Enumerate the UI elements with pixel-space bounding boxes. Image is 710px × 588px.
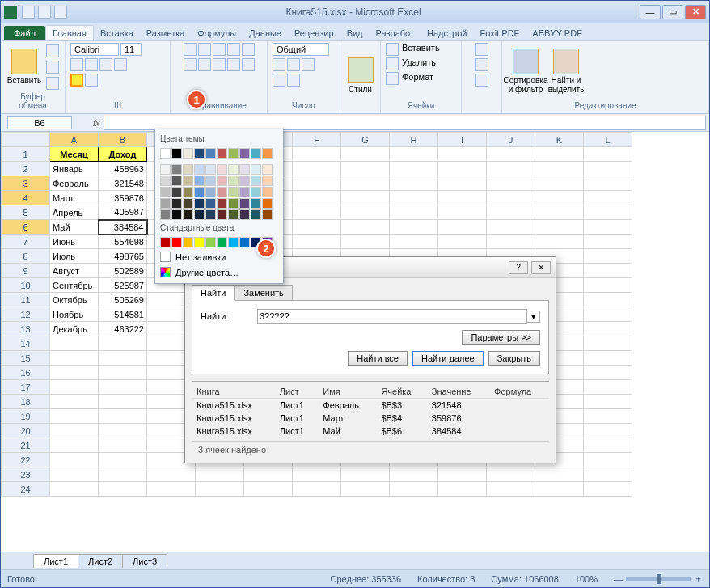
row-header[interactable]: 5 [2, 205, 50, 220]
tab-abbyy[interactable]: ABBYY PDF [526, 26, 589, 40]
cell[interactable] [584, 249, 632, 264]
fill-icon[interactable] [475, 58, 488, 71]
cell[interactable] [584, 395, 632, 409]
cell[interactable]: 384584 [99, 220, 147, 235]
underline-icon[interactable] [99, 58, 112, 71]
cell[interactable] [487, 191, 535, 205]
file-tab[interactable]: Файл [4, 26, 45, 40]
row-header[interactable]: 1 [2, 147, 50, 162]
cell[interactable]: Июнь [50, 235, 99, 249]
cell[interactable] [99, 366, 147, 380]
cell[interactable] [341, 220, 390, 235]
cell[interactable] [99, 351, 147, 366]
align-left-icon[interactable] [184, 58, 197, 71]
tab-view[interactable]: Вид [340, 26, 370, 40]
cell[interactable] [390, 220, 438, 235]
zoom-level[interactable]: 100% [575, 574, 598, 584]
color-swatch[interactable] [171, 176, 182, 186]
color-swatch[interactable] [194, 237, 205, 247]
wrap-icon[interactable] [242, 43, 255, 56]
cell[interactable] [50, 336, 99, 351]
clear-icon[interactable] [475, 74, 488, 87]
color-swatch[interactable] [205, 176, 216, 186]
styles-button[interactable]: Стили [345, 56, 375, 95]
cell[interactable] [390, 191, 438, 205]
cell[interactable] [584, 293, 632, 307]
cell[interactable] [390, 467, 438, 482]
cell[interactable] [487, 176, 535, 191]
row-header[interactable]: 6 [2, 220, 50, 235]
cell[interactable]: Доход [99, 147, 147, 162]
cell[interactable] [584, 162, 632, 176]
row-header[interactable]: 23 [2, 467, 50, 482]
cell[interactable] [584, 438, 632, 453]
sheet-tab-2[interactable]: Лист2 [78, 554, 123, 568]
cell[interactable] [535, 482, 584, 497]
maximize-button[interactable]: ▭ [662, 5, 683, 19]
color-swatch[interactable] [239, 176, 250, 186]
cell[interactable] [293, 191, 341, 205]
color-swatch[interactable] [160, 237, 171, 247]
cell[interactable]: 321548 [99, 176, 147, 191]
color-swatch[interactable] [183, 148, 193, 159]
formula-bar[interactable] [104, 116, 706, 130]
color-swatch[interactable] [171, 237, 182, 247]
row-header[interactable]: 10 [2, 278, 50, 293]
color-swatch[interactable] [262, 148, 273, 159]
cell[interactable] [535, 147, 584, 162]
col-header[interactable]: G [341, 133, 390, 147]
cell[interactable] [584, 307, 632, 322]
delete-cells-button[interactable]: Удалить [386, 57, 436, 70]
cell[interactable] [584, 482, 632, 497]
color-swatch[interactable] [251, 198, 261, 209]
sheet-tab-1[interactable]: Лист1 [33, 554, 78, 568]
replace-tab[interactable]: Заменить [235, 285, 292, 301]
color-swatch[interactable] [239, 187, 250, 197]
more-colors-item[interactable]: Другие цвета… [158, 264, 280, 280]
cell[interactable] [584, 191, 632, 205]
cell[interactable] [584, 409, 632, 424]
color-swatch[interactable] [217, 164, 227, 175]
row-header[interactable]: 2 [2, 162, 50, 176]
cell[interactable] [535, 467, 584, 482]
cell[interactable] [341, 176, 390, 191]
align-center-icon[interactable] [198, 58, 211, 71]
color-swatch[interactable] [251, 176, 261, 186]
cell[interactable] [341, 467, 390, 482]
tab-formulas[interactable]: Формулы [191, 26, 243, 40]
cell[interactable]: 505269 [99, 293, 147, 307]
cell[interactable]: 359876 [99, 191, 147, 205]
row-header[interactable]: 7 [2, 235, 50, 249]
col-header[interactable]: A [50, 133, 99, 147]
cell[interactable] [584, 453, 632, 467]
color-swatch[interactable] [171, 209, 182, 220]
format-painter-icon[interactable] [46, 77, 59, 90]
font-size-select[interactable]: 11 [120, 43, 142, 56]
color-swatch[interactable] [217, 187, 227, 197]
border-icon[interactable] [114, 58, 127, 71]
cell[interactable] [487, 235, 535, 249]
cell[interactable]: 405987 [99, 205, 147, 220]
color-swatch[interactable] [183, 209, 193, 220]
cell[interactable]: Ноябрь [50, 307, 99, 322]
color-swatch[interactable] [217, 176, 227, 186]
row-header[interactable]: 24 [2, 482, 50, 497]
color-swatch[interactable] [160, 209, 171, 220]
cell[interactable] [50, 380, 99, 395]
cell[interactable] [438, 147, 487, 162]
close-button[interactable]: ✕ [685, 5, 706, 19]
color-swatch[interactable] [205, 164, 216, 175]
format-cells-button[interactable]: Формат [386, 72, 433, 85]
cell[interactable] [99, 336, 147, 351]
color-swatch[interactable] [160, 176, 171, 186]
cell[interactable] [438, 467, 487, 482]
cell[interactable] [244, 482, 293, 497]
color-swatch[interactable] [160, 187, 171, 197]
cell[interactable] [487, 147, 535, 162]
cell[interactable] [584, 351, 632, 366]
row-header[interactable]: 13 [2, 322, 50, 336]
row-header[interactable]: 16 [2, 366, 50, 380]
cell[interactable]: Октябрь [50, 293, 99, 307]
color-swatch[interactable] [228, 176, 239, 186]
col-header[interactable]: K [535, 133, 584, 147]
